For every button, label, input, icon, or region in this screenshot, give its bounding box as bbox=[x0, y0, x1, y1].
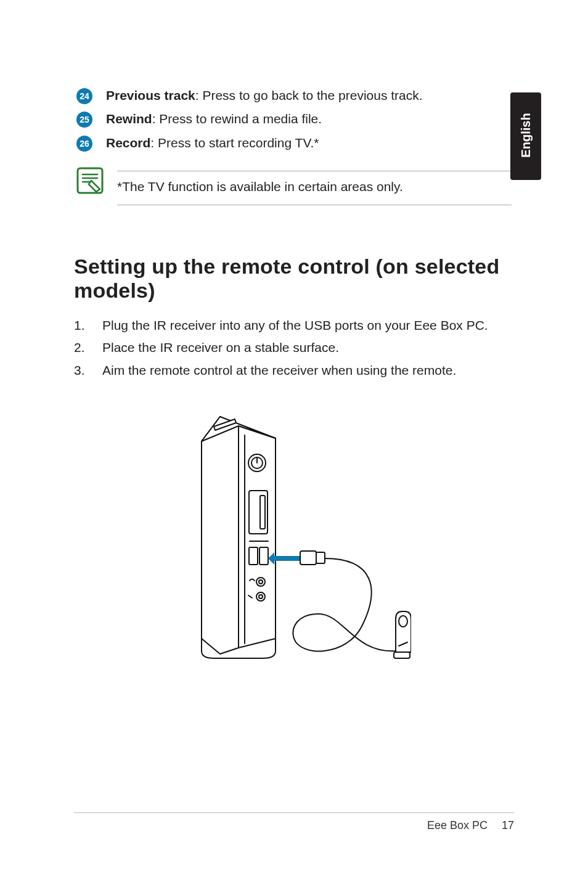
item-number-badge: 26 bbox=[76, 136, 92, 152]
page-footer: Eee Box PC 17 bbox=[74, 812, 514, 832]
footer-page-number: 17 bbox=[502, 819, 514, 831]
item-rest: : Press to start recording TV.* bbox=[150, 136, 319, 150]
note-icon bbox=[76, 167, 104, 194]
note-callout: *The TV function is available in certain… bbox=[76, 171, 514, 205]
list-item: 1. Plug the IR receiver into any of the … bbox=[74, 316, 514, 335]
svg-rect-8 bbox=[249, 547, 258, 565]
step-number: 2. bbox=[74, 338, 102, 357]
page: English 24 Previous track: Press to go b… bbox=[0, 0, 588, 874]
list-item: 25 Rewind: Press to rewind a media file. bbox=[76, 110, 514, 128]
list-item: 26 Record: Press to start recording TV.* bbox=[76, 134, 514, 152]
step-number: 3. bbox=[74, 361, 102, 380]
svg-point-17 bbox=[259, 595, 263, 598]
list-item: 2. Place the IR receiver on a stable sur… bbox=[74, 338, 514, 357]
item-rest: : Press to rewind a media file. bbox=[152, 112, 322, 126]
svg-rect-11 bbox=[316, 552, 325, 563]
section-heading: Setting up the remote control (on select… bbox=[74, 255, 514, 303]
svg-rect-10 bbox=[300, 551, 316, 565]
item-text: Previous track: Press to go back to the … bbox=[106, 86, 423, 105]
footer-product-name: Eee Box PC bbox=[427, 819, 488, 831]
svg-point-13 bbox=[399, 616, 407, 627]
svg-rect-9 bbox=[259, 547, 268, 565]
list-item: 24 Previous track: Press to go back to t… bbox=[76, 86, 514, 105]
svg-point-15 bbox=[259, 580, 263, 584]
item-bold: Rewind bbox=[106, 112, 152, 126]
item-text: Rewind: Press to rewind a media file. bbox=[106, 110, 322, 128]
step-text: Plug the IR receiver into any of the USB… bbox=[102, 316, 497, 335]
setup-diagram bbox=[74, 404, 514, 669]
item-number-badge: 25 bbox=[76, 112, 92, 128]
svg-rect-6 bbox=[260, 496, 265, 529]
item-rest: : Press to go back to the previous track… bbox=[195, 88, 423, 102]
step-text: Place the IR receiver on a stable surfac… bbox=[102, 338, 497, 357]
language-tab-label: English bbox=[519, 108, 533, 163]
svg-rect-12 bbox=[394, 652, 410, 658]
step-number: 1. bbox=[74, 316, 102, 335]
item-bold: Previous track bbox=[106, 88, 195, 102]
setup-steps-list: 1. Plug the IR receiver into any of the … bbox=[74, 316, 514, 380]
list-item: 3. Aim the remote control at the receive… bbox=[74, 361, 514, 380]
item-bold: Record bbox=[106, 136, 150, 150]
numbered-feature-list: 24 Previous track: Press to go back to t… bbox=[76, 86, 514, 152]
item-number-badge: 24 bbox=[76, 88, 92, 104]
note-text: *The TV function is available in certain… bbox=[117, 171, 512, 205]
step-text: Aim the remote control at the receiver w… bbox=[102, 361, 497, 380]
language-tab: English bbox=[510, 92, 541, 180]
item-text: Record: Press to start recording TV.* bbox=[106, 134, 319, 152]
